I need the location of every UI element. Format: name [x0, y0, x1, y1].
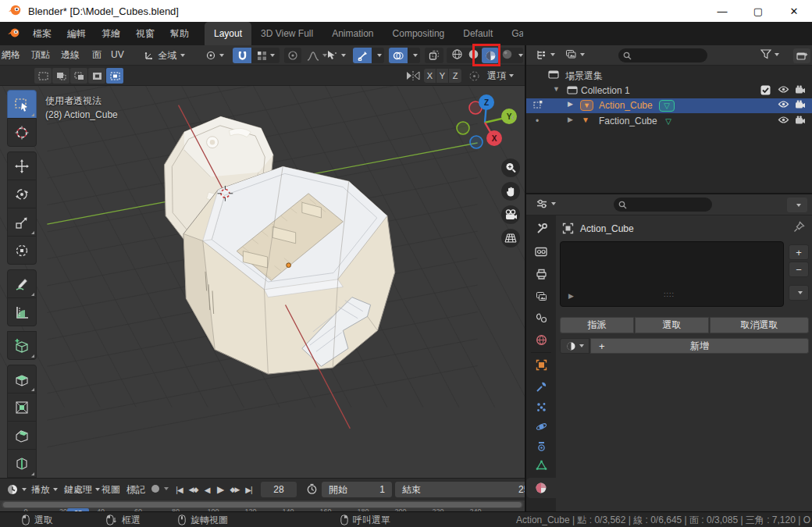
browse-material-dropdown[interactable] [560, 338, 589, 354]
play-reverse-button[interactable]: ◀ [201, 483, 212, 496]
proportional-connected-icon[interactable] [468, 70, 480, 84]
use-preview-range-button[interactable] [306, 483, 318, 497]
show-overlays-toggle[interactable] [389, 48, 408, 63]
timeline-editor-type-dropdown[interactable] [6, 479, 27, 500]
select-intersect-button[interactable] [106, 68, 123, 84]
menu-window[interactable]: 視窗 [128, 22, 162, 45]
select-subtract-button[interactable] [70, 68, 87, 84]
select-extend-button[interactable] [52, 68, 69, 84]
zoom-button[interactable] [501, 158, 520, 177]
outliner-filter-dropdown[interactable] [760, 49, 779, 59]
prev-keyframe-button[interactable]: ◀◆ [187, 483, 200, 496]
outliner-row-collection[interactable]: ▼ Collection 1 [526, 84, 812, 98]
pan-button[interactable] [501, 182, 520, 201]
menu-vertex[interactable]: 頂點 [31, 45, 50, 65]
tab-view-layer[interactable] [526, 286, 556, 306]
tool-cursor[interactable] [7, 118, 37, 147]
new-material-button[interactable]: + 新增 [590, 338, 809, 354]
tool-loop-cut[interactable] [7, 449, 37, 478]
outliner-row-scene-collection[interactable]: 場景選集 [526, 68, 812, 83]
tab-material[interactable] [526, 478, 556, 498]
add-slot-button[interactable]: + [789, 244, 809, 260]
hide-eye-icon[interactable] [778, 85, 789, 96]
menu-render[interactable]: 算繪 [94, 22, 128, 45]
tab-object[interactable] [526, 354, 556, 375]
mirror-x-button[interactable]: X [424, 69, 436, 83]
menu-uv[interactable]: UV [111, 45, 124, 65]
sidebar-collapse-arrow[interactable]: ‹ [511, 111, 515, 123]
breadcrumb-object-name[interactable]: Action_Cube [580, 223, 634, 234]
tab-compositing[interactable]: Compositing [383, 22, 454, 45]
tab-layout[interactable]: Layout [205, 22, 251, 45]
mirror-z-button[interactable]: Z [449, 69, 461, 83]
timeline-ruler[interactable]: 0 20 40 60 80 100 120 140 160 180 200 22… [0, 500, 525, 511]
end-frame-field[interactable]: 結束 250 [395, 482, 525, 497]
navigation-gizmo[interactable]: Z Y X [455, 91, 522, 158]
properties-options-dropdown[interactable] [787, 198, 807, 212]
timeline-scrollbar[interactable] [3, 502, 522, 507]
disable-render-camera-icon[interactable] [795, 100, 806, 112]
outliner-row-action-cube[interactable]: ▶ ▼ Action_Cube ▽ [526, 98, 812, 113]
object-type-visibility-dropdown[interactable] [322, 48, 350, 63]
tab-scene[interactable] [526, 308, 556, 328]
properties-search[interactable] [614, 198, 712, 212]
tool-inset-faces[interactable] [7, 393, 37, 422]
tool-rotate[interactable] [7, 180, 37, 208]
tool-transform[interactable] [7, 236, 37, 265]
hide-eye-icon[interactable] [778, 100, 789, 111]
jump-to-start-button[interactable]: |◀ [173, 483, 185, 496]
slots-expand-arrow[interactable]: ▶ [568, 292, 574, 300]
tool-select-box[interactable] [7, 90, 37, 119]
disable-render-camera-icon[interactable] [795, 85, 806, 97]
tab-constraints[interactable] [526, 436, 556, 456]
snap-target-dropdown[interactable] [251, 48, 280, 63]
assign-button[interactable]: 指派 [560, 317, 634, 333]
tab-animation[interactable]: Animation [322, 22, 383, 45]
proportional-editing-toggle[interactable] [284, 48, 301, 63]
menu-mesh[interactable]: 網格 [2, 45, 20, 65]
start-frame-field[interactable]: 開始 1 [322, 482, 392, 497]
keying-menu[interactable]: 鍵處理 [64, 479, 100, 500]
xray-toggle[interactable] [425, 48, 443, 63]
current-frame-field[interactable]: 28 [261, 482, 297, 497]
outliner-search-input[interactable] [632, 51, 697, 60]
options-dropdown[interactable]: 選項 [487, 66, 514, 86]
deselect-button[interactable]: 取消選取 [710, 317, 809, 333]
markers-menu[interactable]: 標記 [126, 479, 145, 500]
overlays-dropdown[interactable] [408, 48, 420, 63]
disable-render-camera-icon[interactable] [795, 116, 806, 127]
view-menu[interactable]: 視圖 [102, 479, 120, 500]
pivot-point-dropdown[interactable] [201, 48, 228, 63]
expand-arrow-icon[interactable]: ▶ [568, 100, 573, 108]
tab-modifiers[interactable] [526, 376, 556, 397]
new-collection-button[interactable] [793, 48, 810, 63]
shading-wireframe-button[interactable] [449, 48, 465, 62]
3d-viewport[interactable]: 使用者透視法 (28) Action_Cube [0, 86, 525, 478]
jump-to-end-button[interactable]: ▶| [243, 483, 255, 496]
mirror-y-button[interactable]: Y [436, 69, 449, 83]
tab-render[interactable] [526, 241, 556, 262]
expand-arrow-icon[interactable]: ▶ [568, 116, 573, 123]
playback-menu[interactable]: 播放 [31, 479, 58, 500]
shading-material-preview-button[interactable] [482, 48, 499, 63]
auto-key-button[interactable] [150, 483, 169, 494]
collection-checkbox[interactable] [760, 85, 771, 98]
remove-slot-button[interactable]: − [789, 262, 809, 277]
outliner-row-faction-cube[interactable]: • ▶ ▼ Faction_Cube ▽ [526, 114, 812, 129]
camera-view-button[interactable] [501, 205, 520, 224]
outliner-filter-id-dropdown[interactable] [565, 49, 585, 59]
play-button[interactable]: ▶ [214, 483, 226, 496]
menu-help[interactable]: 幫助 [162, 22, 197, 45]
next-keyframe-button[interactable]: ◆▶ [228, 483, 241, 496]
tool-scale[interactable] [7, 208, 37, 237]
orthographic-toggle-button[interactable] [501, 229, 520, 247]
disclosure-triangle-icon[interactable]: ▼ [553, 85, 560, 93]
menu-file[interactable]: 檔案 [25, 22, 59, 45]
material-slots-list[interactable]: ▶ :::: [560, 241, 784, 307]
close-button[interactable]: ✕ [776, 0, 812, 22]
blender-menu-icon[interactable] [6, 27, 22, 41]
select-set-button[interactable] [34, 68, 52, 84]
resize-grip[interactable]: :::: [664, 290, 675, 298]
menu-face[interactable]: 面 [92, 45, 102, 65]
show-gizmo-toggle[interactable] [353, 48, 372, 63]
